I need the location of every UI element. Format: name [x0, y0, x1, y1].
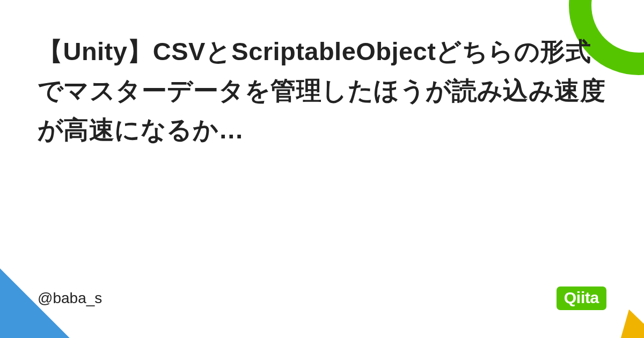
qiita-logo: Qiita [557, 286, 606, 310]
article-content: 【Unity】CSVとScriptableObjectどちらの形式でマスターデー… [38, 32, 606, 150]
author-handle: @baba_s [38, 290, 102, 307]
article-title: 【Unity】CSVとScriptableObjectどちらの形式でマスターデー… [38, 32, 606, 150]
